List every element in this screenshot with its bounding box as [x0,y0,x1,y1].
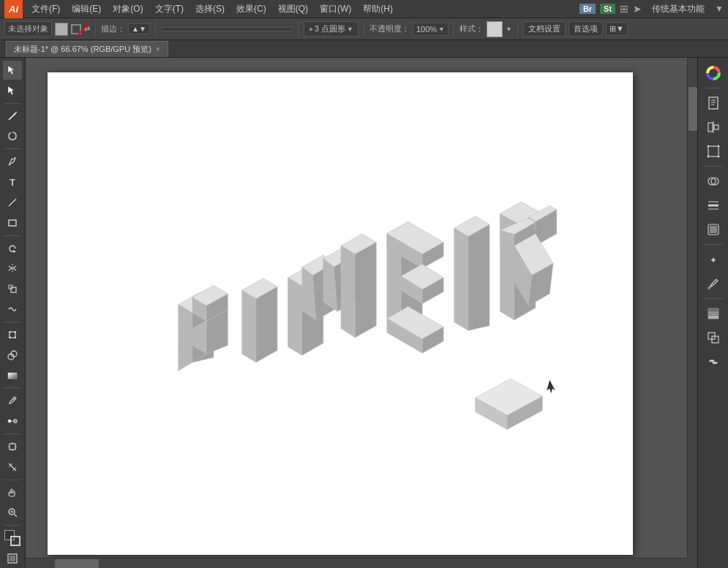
svg-line-29 [9,463,16,471]
menu-object[interactable]: 对象(O) [107,1,149,17]
shape-builder-tool-btn[interactable] [3,346,22,365]
stroke-swatch[interactable] [70,23,83,36]
lasso-icon [7,131,18,141]
graphic-styles-btn[interactable] [702,219,724,241]
shape-select[interactable]: ● 3 点圆形 ▼ [304,21,359,37]
fill-swatch[interactable] [55,23,68,36]
pathfinder-panel-btn[interactable] [702,170,724,192]
screen-mode-btn[interactable] [3,549,22,568]
artboard-tool-btn[interactable] [3,437,22,456]
free-transform-tool-btn[interactable] [3,325,22,344]
blend-tool-btn[interactable] [3,412,22,431]
hand-tool-btn[interactable] [3,483,22,502]
slice-tool-btn[interactable] [3,458,22,477]
line-tool-btn[interactable] [3,193,22,212]
shape-icon: ● [309,25,313,33]
direct-selection-tool-btn[interactable] [3,81,22,100]
menu-select[interactable]: 选择(S) [189,1,230,17]
stroke-value: ▲▼ [132,25,146,33]
right-panel: ✦ [697,58,728,568]
color-wheel-icon [706,66,721,80]
svg-point-111 [707,156,709,158]
align-icon [707,121,720,134]
main-layout: T [0,58,728,568]
horizontal-scroll-thumb[interactable] [55,559,99,568]
zoom-icon [7,507,18,518]
opacity-dropdown: ▼ [438,26,445,33]
svg-rect-13 [9,331,11,333]
artboards-panel-btn[interactable] [702,327,724,349]
svg-marker-80 [468,224,489,330]
menu-window[interactable]: 窗口(W) [314,1,357,17]
tab-close-button[interactable]: × [156,45,160,53]
symbols-panel-btn[interactable]: ✦ [702,249,724,270]
menu-file[interactable]: 文件(F) [26,1,66,17]
align-panel-btn[interactable] [702,116,724,138]
brushes-panel-btn[interactable] [702,273,724,295]
isometric-text-graphic [150,116,574,467]
vertical-scrollbar[interactable] [687,58,697,558]
menu-text[interactable]: 文字(T) [149,1,189,17]
svg-marker-99 [547,380,555,393]
scale-tool-btn[interactable] [3,279,22,298]
screen-mode-icon [7,553,18,564]
reflect-tool-btn[interactable] [3,259,22,278]
gradient-icon [7,371,18,381]
doc-settings-button[interactable]: 文档设置 [523,21,566,37]
menu-effect[interactable]: 效果(C) [230,1,272,17]
opacity-input[interactable]: 100% ▼ [413,23,449,36]
menu-edit[interactable]: 编辑(E) [66,1,107,17]
vertical-scroll-thumb[interactable] [688,87,697,131]
tool-divider-8 [4,525,21,526]
rectangle-tool-btn[interactable] [3,213,22,232]
preferences-button[interactable]: 首选项 [568,21,603,37]
stroke-spinbox[interactable]: ▲▼ [128,23,150,34]
scrollbar-corner [687,558,697,568]
magic-wand-icon [7,111,18,121]
warp-tool-btn[interactable] [3,300,22,319]
reflect-icon [7,263,18,273]
top-bar-left: Ai 文件(F) 编辑(E) 对象(O) 文字(T) 选择(S) 效果(C) 视… [4,0,399,18]
document-panel-btn[interactable] [702,92,724,114]
stroke-style-select[interactable] [161,27,293,31]
stock-button[interactable]: St [600,4,615,14]
menu-view[interactable]: 视图(Q) [272,1,314,17]
tool-divider-1 [4,103,21,104]
svg-point-112 [717,156,719,158]
selection-tool-btn[interactable] [3,61,22,80]
zoom-tool-btn[interactable] [3,504,22,523]
eyedropper-tool-btn[interactable] [3,391,22,410]
toolbar-extra-button[interactable]: ⊞▼ [606,22,628,36]
toolbar-divider-1 [95,22,96,37]
menu-help[interactable]: 帮助(H) [357,1,399,17]
symbols-icon: ✦ [707,253,720,266]
workspace-label[interactable]: 传统基本功能 [646,1,710,17]
selection-cursor-icon [7,65,18,75]
style-swatch[interactable] [487,21,503,37]
pen-tool-btn[interactable] [3,152,22,171]
rotate-tool-btn[interactable] [3,239,22,258]
layers-panel-btn[interactable] [702,303,724,325]
type-tool-btn[interactable]: T [3,173,22,192]
horizontal-scrollbar[interactable] [26,558,687,568]
svg-rect-16 [15,336,17,338]
document-tab[interactable]: 未标题-1* @ 66.67% (RGB/GPU 预览) × [6,41,168,57]
svg-rect-24 [10,444,15,450]
color-panel-btn[interactable] [702,62,724,84]
fill-stroke-indicator[interactable] [3,529,22,548]
magic-wand-tool-btn[interactable] [3,107,22,126]
lasso-tool-btn[interactable] [3,126,22,145]
transform-panel-btn[interactable] [702,140,724,162]
workspace-arrow[interactable]: ▼ [715,4,724,14]
gradient-tool-btn[interactable] [3,366,22,385]
bridge-button[interactable]: Br [579,4,596,14]
tool-divider-6 [4,433,21,434]
rectangle-icon [7,218,18,228]
brushes-icon [707,277,720,290]
links-panel-btn[interactable] [702,351,724,373]
eyedropper-icon [7,395,18,406]
canvas-area[interactable] [26,58,697,568]
svg-marker-0 [8,66,15,75]
stroke-panel-btn[interactable] [702,194,724,216]
svg-marker-1 [8,86,15,95]
